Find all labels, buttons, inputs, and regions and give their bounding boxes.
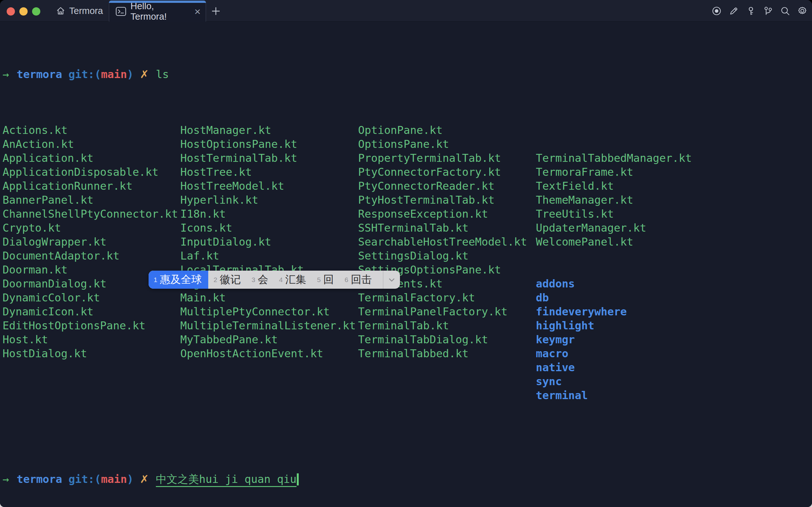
close-window-button[interactable] — [7, 7, 15, 15]
ime-candidate-3[interactable]: 3 会 — [246, 271, 274, 289]
ls-file: Laf.kt — [180, 249, 358, 263]
ls-file: ThemeManager.kt — [536, 193, 692, 207]
ls-file: PtyConnectorFactory.kt — [358, 165, 536, 179]
ls-file: AnAction.kt — [3, 137, 180, 151]
edit-button[interactable] — [728, 6, 739, 16]
ls-file: PtyConnectorReader.kt — [358, 179, 536, 193]
ls-directory: sync — [536, 374, 692, 388]
home-button[interactable]: Termora — [56, 0, 103, 21]
ls-file: SettingsDialog.kt — [358, 249, 536, 263]
git-dirty-mark: ✗ — [140, 68, 149, 80]
ls-directory: highlight — [536, 319, 692, 333]
chevron-down-icon — [388, 276, 396, 284]
prompt-line-2: →termoragit:(main)✗中文之美hui ji quan qiu — [3, 472, 812, 486]
ls-file: DynamicColor.kt — [3, 291, 180, 304]
ls-file: HostTreeModel.kt — [180, 179, 358, 193]
ls-file: ResponseException.kt — [358, 207, 536, 221]
git-branch: main — [101, 68, 127, 80]
ls-file: Host.kt — [3, 333, 180, 346]
ls-file: InputDialog.kt — [180, 235, 358, 249]
ime-candidate-2[interactable]: 2 徽记 — [208, 271, 246, 289]
search-icon — [780, 6, 791, 16]
git-dirty-mark: ✗ — [140, 473, 149, 486]
ls-directory: macro — [536, 346, 692, 360]
ls-file: SearchableHostTreeModel.kt — [358, 235, 536, 249]
record-button[interactable] — [711, 6, 722, 16]
ls-file: BannerPanel.kt — [3, 193, 180, 207]
ls-file: TreeUtils.kt — [536, 207, 692, 221]
ls-directory: findeverywhere — [536, 304, 692, 319]
candidate-number: 4 — [279, 276, 283, 284]
ime-candidate-selected[interactable]: 1 惠及全球 — [149, 271, 208, 289]
ls-file: TerminalPanelFactory.kt — [358, 304, 536, 319]
candidate-text: 徽记 — [220, 273, 240, 287]
ls-file: Main.kt — [180, 291, 358, 304]
ls-file: WelcomePanel.kt — [536, 235, 692, 249]
ime-candidate-5[interactable]: 5 回 — [312, 271, 339, 289]
ls-file: MultipleTerminalListener.kt — [180, 319, 358, 333]
candidate-text: 会 — [258, 273, 268, 287]
settings-button[interactable] — [797, 6, 808, 16]
ls-file: SSHTerminalTab.kt — [358, 221, 536, 235]
home-icon — [56, 6, 65, 15]
prompt-dir: termora — [16, 473, 62, 486]
ls-file: OptionPane.kt — [358, 123, 536, 137]
ls-file: Actions.kt — [3, 123, 180, 137]
pencil-icon — [728, 6, 739, 16]
prompt-line-1: →termoragit:(main)✗ls — [3, 67, 812, 81]
macro-button[interactable] — [763, 6, 773, 16]
ls-file: TerminalTabDialog.kt — [358, 333, 536, 346]
tab-close-icon[interactable]: × — [194, 6, 201, 17]
key-manager-button[interactable] — [746, 6, 756, 16]
candidate-number: 1 — [154, 276, 157, 284]
ls-directory: terminal — [536, 388, 692, 402]
tab-title: Hello, Termora! — [130, 1, 188, 22]
ls-file: TermoraFrame.kt — [536, 165, 692, 179]
gear-icon — [797, 5, 808, 16]
ls-file: Icons.kt — [180, 221, 358, 235]
ls-file: HostOptionsPane.kt — [180, 137, 358, 151]
ls-file: Application.kt — [3, 151, 180, 165]
prompt-arrow: → — [3, 473, 9, 486]
minimize-window-button[interactable] — [19, 7, 28, 15]
ime-candidate-4[interactable]: 4 汇集 — [274, 271, 312, 289]
ls-file: ChannelShellPtyConnector.kt — [3, 207, 180, 221]
terminal-screen[interactable]: →termoragit:(main)✗ls Actions.ktAnAction… — [0, 21, 812, 507]
terminal-icon — [116, 6, 126, 16]
ls-file: HostTree.kt — [180, 165, 358, 179]
ls-file: TerminalTabbedManager.kt — [536, 151, 692, 165]
terminal-cursor — [297, 473, 299, 486]
candidate-number: 6 — [344, 276, 348, 284]
ls-file: Hyperlink.kt — [180, 193, 358, 207]
prompt-arrow: → — [3, 68, 9, 80]
new-tab-button[interactable] — [210, 5, 222, 17]
ls-file: ApplicationRunner.kt — [3, 179, 180, 193]
command-ls: ls — [156, 68, 169, 80]
ime-composition-text: 中文之美hui ji quan qiu — [156, 473, 296, 487]
ime-candidate-6[interactable]: 6 回击 — [339, 271, 377, 289]
zoom-window-button[interactable] — [32, 7, 40, 15]
ls-file: MyTabbedPane.kt — [180, 333, 358, 346]
search-button[interactable] — [780, 6, 791, 16]
candidate-number: 5 — [317, 276, 321, 284]
candidate-text: 惠及全球 — [160, 273, 202, 287]
ls-file: DynamicIcon.kt — [3, 304, 180, 319]
ls-column-4: TerminalTabbedManager.ktTermoraFrame.ktT… — [536, 123, 692, 430]
ls-file: HostManager.kt — [180, 123, 358, 137]
ls-directory: db — [536, 291, 692, 304]
ls-file: Crypto.kt — [3, 221, 180, 235]
candidate-number: 2 — [214, 276, 217, 284]
tab-hello-termora[interactable]: Hello, Termora! × — [109, 1, 206, 21]
ls-file: UpdaterManager.kt — [536, 221, 692, 235]
ls-file: HostTerminalTab.kt — [180, 151, 358, 165]
ls-file: OptionsPane.kt — [358, 137, 536, 151]
ls-directory: native — [536, 360, 692, 374]
prompt-dir: termora — [16, 68, 62, 80]
git-prefix: git:( — [68, 473, 101, 486]
candidate-text: 回击 — [351, 273, 372, 287]
record-icon — [711, 6, 722, 16]
candidate-number: 3 — [252, 276, 255, 284]
git-branch: main — [101, 473, 127, 486]
ime-more-button[interactable] — [383, 271, 400, 289]
ls-file: PtyHostTerminalTab.kt — [358, 193, 536, 207]
